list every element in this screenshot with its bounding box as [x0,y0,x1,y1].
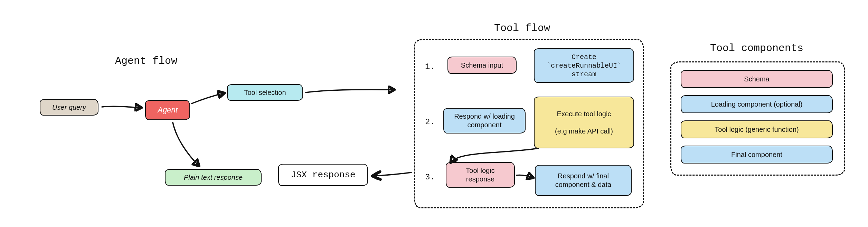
arrow-userquery-to-agent [102,106,141,108]
tool-selection-box: Tool selection [227,84,303,101]
tc-final-box: Final component [681,146,833,164]
tool-flow-step-1-label: 1. [425,62,435,71]
schema-input-box: Schema input [447,57,517,74]
arrow-agent-to-toolselection [192,93,224,103]
diagram-canvas: Agent flow User query Agent Tool selecti… [0,0,868,227]
respond-loading-box: Respond w/ loading component [443,108,526,134]
agent-box: Agent [145,100,190,120]
arrow-agent-to-plaintext [173,122,199,166]
plain-text-response-box: Plain text response [165,169,262,186]
user-query-box: User query [40,99,98,116]
tc-schema-box: Schema [681,70,833,88]
tc-tool-logic-box: Tool logic (generic function) [681,120,833,138]
tool-components-title: Tool components [710,42,803,54]
execute-tool-logic-box: Execute tool logic (e.g make API call) [534,97,634,148]
respond-final-box: Respond w/ final component & data [535,165,632,196]
arrow-toolflow-to-jsxresponse [373,172,411,176]
agent-flow-title: Agent flow [115,55,177,67]
tool-logic-response-box: Tool logic response [446,162,515,188]
tool-flow-title: Tool flow [494,22,550,34]
create-runnable-ui-box: Create `createRunnableUI` stream [534,48,634,83]
jsx-response-box: JSX response [278,164,368,186]
arrow-toolselection-to-toolflow [306,90,394,92]
tool-flow-step-2-label: 2. [425,117,435,127]
tc-loading-box: Loading component (optional) [681,95,833,113]
tool-flow-step-3-label: 3. [425,172,435,182]
